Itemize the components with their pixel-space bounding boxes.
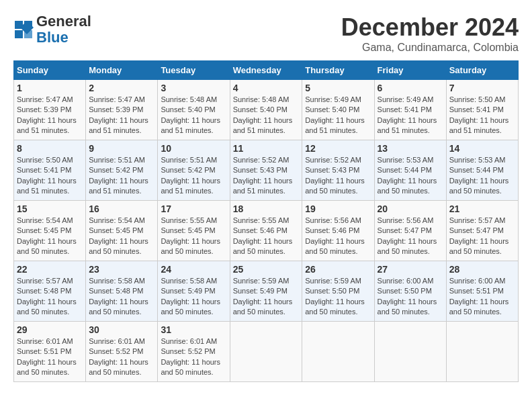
table-cell: 18 Sunrise: 5:55 AMSunset: 5:46 PMDaylig…: [230, 201, 302, 261]
day-number: 14: [449, 143, 515, 154]
day-info: Sunrise: 5:58 AMSunset: 5:49 PMDaylight:…: [161, 276, 226, 318]
day-info: Sunrise: 5:47 AMSunset: 5:39 PMDaylight:…: [17, 95, 83, 136]
table-cell: 12 Sunrise: 5:52 AMSunset: 5:43 PMDaylig…: [302, 140, 374, 201]
day-info: Sunrise: 5:59 AMSunset: 5:49 PMDaylight:…: [233, 276, 300, 318]
title-section: December 2024 Gama, Cundinamarca, Colomb…: [341, 13, 519, 54]
day-number: 6: [378, 83, 443, 93]
table-row: 22 Sunrise: 5:57 AMSunset: 5:48 PMDaylig…: [14, 261, 519, 322]
month-title: December 2024: [341, 13, 519, 42]
day-info: Sunrise: 5:51 AMSunset: 5:42 PMDaylight:…: [89, 155, 154, 197]
table-row: 29 Sunrise: 6:01 AMSunset: 5:51 PMDaylig…: [14, 322, 519, 382]
day-number: 8: [17, 143, 83, 154]
table-cell: 31 Sunrise: 6:01 AMSunset: 5:52 PMDaylig…: [158, 322, 230, 382]
day-info: Sunrise: 6:00 AMSunset: 5:51 PMDaylight:…: [449, 276, 515, 318]
table-cell: [230, 322, 302, 382]
table-cell: 2 Sunrise: 5:47 AMSunset: 5:39 PMDayligh…: [86, 80, 158, 140]
table-cell: 4 Sunrise: 5:48 AMSunset: 5:40 PMDayligh…: [230, 80, 302, 140]
table-cell: 21 Sunrise: 5:57 AMSunset: 5:47 PMDaylig…: [446, 201, 518, 261]
day-info: Sunrise: 5:56 AMSunset: 5:46 PMDaylight:…: [305, 216, 371, 257]
day-info: Sunrise: 5:53 AMSunset: 5:44 PMDaylight:…: [449, 155, 515, 197]
day-number: 3: [161, 83, 226, 93]
col-monday: Monday: [86, 61, 158, 80]
table-cell: 23 Sunrise: 5:58 AMSunset: 5:48 PMDaylig…: [86, 261, 158, 322]
table-cell: 27 Sunrise: 6:00 AMSunset: 5:50 PMDaylig…: [374, 261, 446, 322]
day-number: 21: [449, 203, 515, 214]
day-info: Sunrise: 5:54 AMSunset: 5:45 PMDaylight:…: [17, 216, 83, 257]
day-info: Sunrise: 5:52 AMSunset: 5:43 PMDaylight:…: [305, 155, 371, 197]
table-cell: 11 Sunrise: 5:52 AMSunset: 5:43 PMDaylig…: [230, 140, 302, 201]
table-cell: 22 Sunrise: 5:57 AMSunset: 5:48 PMDaylig…: [14, 261, 86, 322]
table-cell: 5 Sunrise: 5:49 AMSunset: 5:40 PMDayligh…: [302, 80, 374, 140]
table-row: 8 Sunrise: 5:50 AMSunset: 5:41 PMDayligh…: [14, 140, 519, 201]
day-number: 18: [233, 203, 300, 214]
table-cell: 1 Sunrise: 5:47 AMSunset: 5:39 PMDayligh…: [14, 80, 86, 140]
day-number: 24: [161, 264, 226, 275]
day-info: Sunrise: 6:00 AMSunset: 5:50 PMDaylight:…: [378, 276, 443, 318]
day-info: Sunrise: 5:58 AMSunset: 5:48 PMDaylight:…: [89, 276, 154, 318]
table-cell: 15 Sunrise: 5:54 AMSunset: 5:45 PMDaylig…: [14, 201, 86, 261]
day-info: Sunrise: 6:01 AMSunset: 5:51 PMDaylight:…: [17, 336, 83, 378]
day-number: 30: [89, 324, 154, 335]
day-info: Sunrise: 5:50 AMSunset: 5:41 PMDaylight:…: [17, 155, 83, 197]
header: General Blue December 2024 Gama, Cundina…: [13, 13, 519, 54]
table-cell: 7 Sunrise: 5:50 AMSunset: 5:41 PMDayligh…: [446, 80, 518, 140]
day-number: 17: [161, 203, 226, 214]
table-cell: 14 Sunrise: 5:53 AMSunset: 5:44 PMDaylig…: [446, 140, 518, 201]
day-info: Sunrise: 5:59 AMSunset: 5:50 PMDaylight:…: [305, 276, 371, 318]
svg-rect-2: [15, 30, 23, 38]
col-sunday: Sunday: [14, 61, 86, 80]
table-cell: 20 Sunrise: 5:56 AMSunset: 5:47 PMDaylig…: [374, 201, 446, 261]
location-title: Gama, Cundinamarca, Colombia: [341, 42, 519, 54]
day-info: Sunrise: 5:57 AMSunset: 5:47 PMDaylight:…: [449, 216, 515, 257]
day-info: Sunrise: 5:48 AMSunset: 5:40 PMDaylight:…: [161, 95, 226, 136]
table-cell: 30 Sunrise: 6:01 AMSunset: 5:52 PMDaylig…: [86, 322, 158, 382]
calendar-table: Sunday Monday Tuesday Wednesday Thursday…: [13, 60, 519, 382]
day-number: 20: [378, 203, 443, 214]
day-info: Sunrise: 6:01 AMSunset: 5:52 PMDaylight:…: [161, 336, 226, 378]
day-number: 5: [305, 83, 371, 93]
day-number: 31: [161, 324, 226, 335]
day-info: Sunrise: 5:50 AMSunset: 5:41 PMDaylight:…: [449, 95, 515, 136]
logo-text: General Blue: [36, 13, 91, 46]
table-row: 1 Sunrise: 5:47 AMSunset: 5:39 PMDayligh…: [14, 80, 519, 140]
day-number: 9: [89, 143, 154, 154]
table-cell: 29 Sunrise: 6:01 AMSunset: 5:51 PMDaylig…: [14, 322, 86, 382]
day-number: 12: [305, 143, 371, 154]
col-wednesday: Wednesday: [230, 61, 302, 80]
day-number: 13: [378, 143, 443, 154]
table-cell: 10 Sunrise: 5:51 AMSunset: 5:42 PMDaylig…: [158, 140, 230, 201]
day-info: Sunrise: 5:52 AMSunset: 5:43 PMDaylight:…: [233, 155, 300, 197]
day-info: Sunrise: 5:51 AMSunset: 5:42 PMDaylight:…: [161, 155, 226, 197]
table-cell: 16 Sunrise: 5:54 AMSunset: 5:45 PMDaylig…: [86, 201, 158, 261]
day-number: 1: [17, 83, 83, 93]
day-number: 15: [17, 203, 83, 214]
day-info: Sunrise: 5:54 AMSunset: 5:45 PMDaylight:…: [89, 216, 154, 257]
day-number: 4: [233, 83, 300, 93]
table-cell: 19 Sunrise: 5:56 AMSunset: 5:46 PMDaylig…: [302, 201, 374, 261]
day-number: 7: [449, 83, 515, 93]
day-number: 2: [89, 83, 154, 93]
day-info: Sunrise: 5:55 AMSunset: 5:45 PMDaylight:…: [161, 216, 226, 257]
day-number: 25: [233, 264, 300, 275]
day-number: 28: [449, 264, 515, 275]
day-number: 27: [378, 264, 443, 275]
day-info: Sunrise: 5:56 AMSunset: 5:47 PMDaylight:…: [378, 216, 443, 257]
table-cell: 28 Sunrise: 6:00 AMSunset: 5:51 PMDaylig…: [446, 261, 518, 322]
logo-icon: [13, 19, 34, 40]
table-cell: 8 Sunrise: 5:50 AMSunset: 5:41 PMDayligh…: [14, 140, 86, 201]
table-cell: 26 Sunrise: 5:59 AMSunset: 5:50 PMDaylig…: [302, 261, 374, 322]
table-cell: 24 Sunrise: 5:58 AMSunset: 5:49 PMDaylig…: [158, 261, 230, 322]
day-info: Sunrise: 5:49 AMSunset: 5:41 PMDaylight:…: [378, 95, 443, 136]
col-thursday: Thursday: [302, 61, 374, 80]
col-friday: Friday: [374, 61, 446, 80]
day-number: 19: [305, 203, 371, 214]
col-tuesday: Tuesday: [158, 61, 230, 80]
day-info: Sunrise: 6:01 AMSunset: 5:52 PMDaylight:…: [89, 336, 154, 378]
table-cell: 17 Sunrise: 5:55 AMSunset: 5:45 PMDaylig…: [158, 201, 230, 261]
table-cell: [446, 322, 518, 382]
day-info: Sunrise: 5:55 AMSunset: 5:46 PMDaylight:…: [233, 216, 300, 257]
day-number: 23: [89, 264, 154, 275]
header-row: Sunday Monday Tuesday Wednesday Thursday…: [14, 61, 519, 80]
day-info: Sunrise: 5:47 AMSunset: 5:39 PMDaylight:…: [89, 95, 154, 136]
table-cell: 25 Sunrise: 5:59 AMSunset: 5:49 PMDaylig…: [230, 261, 302, 322]
